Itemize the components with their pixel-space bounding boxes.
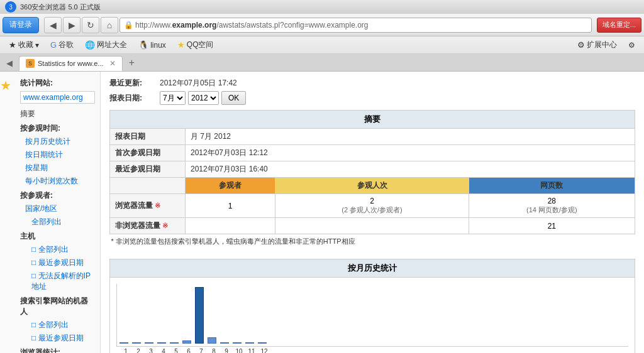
month-select[interactable]: 7月 [160,91,186,105]
forward-button[interactable]: ▶ [63,17,80,33]
content-area: 最近更新: 2012年07月05日 17:42 报表日期: 7月 2012 OK… [101,72,644,353]
chart-bar-12 [258,342,267,344]
settings-button[interactable]: ⚙ [625,40,639,51]
domain-redirect-button[interactable]: 域名重定... [597,18,641,33]
tab-favicon-icon: S [26,59,35,68]
sidebar-robots-list-all[interactable]: □ 全部列出 [15,318,100,332]
sidebar-last-visit-date[interactable]: □ 最近参观日期 [15,256,100,269]
sidebar-hourly-visits[interactable]: 每小时浏览次数 [15,175,100,188]
monthly-section: 按月历史统计 1月2月3月4月5月6月7月8月9月10月11月12月 20122… [109,259,635,353]
first-visit-label: 首次参观日期 [110,145,186,161]
sidebar-hosts-title: 主机 [15,229,100,243]
login-button[interactable]: 请登录 [3,17,39,33]
sidebar-browser-stats-title: 浏览器统计: [15,345,100,353]
address-bar[interactable]: 🔒 http://www.example.org/awstats/awstats… [119,18,592,33]
bookmark-extensions[interactable]: ⚙ 扩展中心 [574,38,621,52]
active-tab[interactable]: S Statistics for www.e... ✕ [19,56,123,71]
chart-bar-11 [245,342,254,344]
visitors-value: 1 [186,194,275,218]
col-visits-header: 参观人次 [275,178,469,194]
col-pages-header: 网页数 [469,178,635,194]
bookmark-extensions-label: 扩展中心 [587,40,617,50]
sidebar-unresolved-ip[interactable]: □ 无法反解析的IP地址 [15,269,100,293]
tab-back-button[interactable]: ◀ [3,56,16,70]
chart-bars [116,284,628,347]
chart-month-labels: 1月2月3月4月5月6月7月8月9月10月11月12月 [116,348,628,353]
chart-bar-10 [233,342,242,344]
report-date-label: 报表日期: [109,93,160,104]
bookmarks-bar: ★ 收藏 ▾ G 谷歌 🌐 网址大全 🐧 linux ★ QQ空间 ⚙ 扩展中心… [0,36,644,54]
summary-section: 摘要 报表日期 月 7月 2012 首次参观日期 2012年07月03日 12:… [109,110,635,249]
bookmark-collections[interactable]: ★ 收藏 ▾ [5,38,43,52]
chart-month-label-1: 1月 [121,348,130,353]
empty-header-cell [110,178,186,194]
sidebar-list-all-country[interactable]: 全部列出 [15,215,100,229]
pages-sub-text: (14 网页数/参观) [474,205,630,215]
star-icon: ★ [9,40,16,50]
sidebar-country[interactable]: 国家/地区 [15,202,100,215]
bookmark-google-label: 谷歌 [58,40,74,50]
bookmark-linux[interactable]: 🐧 linux [135,39,170,51]
last-update-label: 最近更新: [109,78,160,89]
sidebar-site-label: 统计网站: [15,75,100,90]
bookmark-qq-label: QQ空间 [187,40,214,50]
sidebar-hosts-list-all[interactable]: □ 全部列出 [15,243,100,256]
sidebar-summary[interactable]: 摘要 [15,107,100,121]
chart-bar-2 [132,342,141,344]
linux-icon: 🐧 [138,40,148,50]
sidebar-daily-stats[interactable]: 按日期统计 [15,148,100,161]
bookmark-sites-label: 网址大全 [97,40,127,50]
title-bar-text: 360安全浏览器 5.0 正式版 [20,3,101,12]
ok-button[interactable]: OK [221,91,246,105]
chart-bar-4 [157,342,166,344]
chart-bar-8 [208,337,216,344]
google-icon: G [50,40,57,50]
sidebar-weekly[interactable]: 按星期 [15,161,100,175]
chart-month-label-6: 6月 [184,348,193,353]
chevron-down-icon: ▾ [35,41,39,50]
refresh-button[interactable]: ↻ [82,17,99,33]
year-select[interactable]: 2012 [188,91,219,105]
bookmark-google[interactable]: G 谷歌 [47,38,77,52]
note-text: * 非浏览的流量包括搜索引擎机器人，蠕虫病毒产生的流量和非正常的HTTP相应 [110,234,635,249]
chart-month-label-12: 12月 [260,348,269,353]
date-select-row: 7月 2012 OK [160,91,246,105]
non-browser-pages: 21 [469,218,635,234]
bookmark-qq[interactable]: ★ QQ空间 [174,38,218,52]
chart-bar-5 [170,342,179,344]
tab-close-button[interactable]: ✕ [109,59,116,68]
new-tab-button[interactable]: + [125,56,139,70]
title-bar: 3 360安全浏览器 5.0 正式版 [0,0,644,14]
extensions-icon: ⚙ [577,40,585,50]
last-visit-label: 最近参观日期 [110,161,186,178]
chart-bar-1 [119,342,128,344]
chart-area: 1月2月3月4月5月6月7月8月9月10月11月12月 201220122012… [109,277,635,353]
chart-month-label-3: 3月 [147,348,155,353]
chart-month-label-9: 9月 [222,348,231,353]
gear-icon: ⚙ [628,41,635,50]
qq-icon: ★ [177,40,185,50]
first-visit-value: 2012年07月03日 12:12 [186,145,635,161]
sidebar-monthly-history[interactable]: 按月历史统计 [15,135,100,148]
main-area: ★ 统计网站: www.example.org 摘要 按参观时间: 按月历史统计… [0,72,644,353]
sidebar-search-robots-title: 搜索引擎网站的机器人 [15,293,100,318]
sidebar-site-value[interactable]: www.example.org [20,91,95,104]
chart-bar-9 [220,342,229,344]
home-button[interactable]: ⌂ [101,17,118,33]
non-browser-visits [275,218,469,234]
browser-traffic-label: 浏览器流量 ※ [110,194,186,218]
sidebar-by-time-title: 按参观时间: [15,121,100,135]
sidebar-robots-last-visit[interactable]: □ 最近参观日期 [15,332,100,345]
sites-icon: 🌐 [85,40,95,50]
bookmark-sites[interactable]: 🌐 网址大全 [81,38,131,52]
chart-bar-7 [195,287,204,344]
chart-bar-3 [145,342,153,344]
active-tab-label: Statistics for www.e... [38,60,104,67]
toolbar: 请登录 ◀ ▶ ↻ ⌂ 🔒 http://www.example.org/aws… [0,14,644,36]
bookmark-collections-label: 收藏 [18,40,33,50]
summary-table: 报表日期 月 7月 2012 首次参观日期 2012年07月03日 12:12 … [109,128,635,249]
back-button[interactable]: ◀ [44,17,62,33]
summary-title: 摘要 [109,110,635,128]
update-info: 最近更新: 2012年07月05日 17:42 报表日期: 7月 2012 OK [109,78,635,105]
bookmark-linux-label: linux [150,41,166,50]
